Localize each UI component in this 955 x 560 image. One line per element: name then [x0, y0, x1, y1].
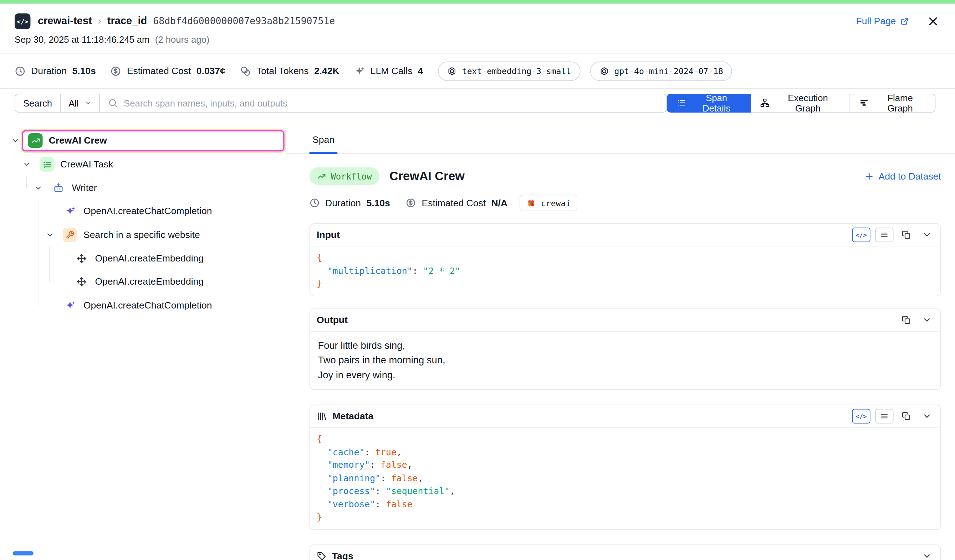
tree-row: OpenAI.createEmbedding [0, 246, 286, 270]
stat-label: Total Tokens [257, 66, 309, 76]
chevron-down-icon[interactable] [32, 184, 45, 192]
add-to-dataset-button[interactable]: Add to Dataset [864, 171, 941, 182]
metadata-card: Metadata </> [310, 405, 941, 530]
full-page-label: Full Page [856, 16, 896, 27]
view-span-details[interactable]: Span Details [667, 93, 751, 112]
cost-icon [406, 198, 416, 208]
code-icon: </> [15, 14, 30, 29]
stat-label: LLM Calls [371, 66, 413, 76]
tree-item-search-in-a-specific-website[interactable]: Search in a specific website [57, 225, 285, 246]
copy-button[interactable] [898, 228, 914, 242]
view-execution-graph[interactable]: Execution Graph [751, 93, 850, 112]
copy-icon [902, 412, 911, 421]
tree-item-label: OpenAI.createEmbedding [95, 253, 204, 264]
search-group: Search All [15, 93, 667, 112]
tree-item-crewai-crew[interactable]: CrewAI Crew [22, 130, 284, 151]
code-view-toggle[interactable]: </> [852, 228, 870, 242]
input-card: Input </> [310, 223, 941, 296]
lines-icon [880, 412, 889, 420]
tree-item-label: OpenAI.createChatCompletion [83, 300, 212, 311]
chevron-down-icon[interactable] [43, 231, 57, 239]
flame-icon [860, 98, 869, 108]
span-title: CrewAI Crew [390, 169, 465, 183]
clock-icon [310, 198, 320, 208]
search-filter-dropdown[interactable]: All [61, 94, 100, 112]
text-view-toggle[interactable] [875, 409, 893, 424]
status-bar [0, 0, 955, 3]
text-view-toggle[interactable] [875, 228, 893, 242]
search-label: Search [15, 94, 61, 112]
task-icon [39, 157, 54, 172]
output-line: Joy in every wing. [318, 368, 933, 382]
chevron-down-icon [84, 99, 93, 107]
tab-span[interactable]: Span [310, 134, 338, 154]
tree-scrollbar-thumb[interactable] [13, 551, 33, 555]
provider-badge: crewai [520, 195, 577, 211]
stat-value: 2.42K [314, 66, 340, 76]
code-line: { [317, 432, 934, 446]
view-label: Execution Graph [775, 93, 841, 113]
workflow-icon [317, 172, 326, 180]
list-icon [676, 98, 686, 108]
copy-button[interactable] [898, 312, 914, 327]
tree-item-openai-createchatcompletion[interactable]: OpenAI.createChatCompletion [57, 201, 285, 222]
search-icon [108, 98, 118, 108]
code-line: "cache": true, [317, 446, 934, 459]
timestamp-row: Sep 30, 2025 at 11:18:46.245 am (2 hours… [0, 30, 955, 53]
close-button[interactable] [927, 15, 939, 27]
trace-detail-page: </> crewai-test › trace_id 68dbf4d600000… [0, 0, 955, 560]
tree-item-writer[interactable]: Writer [45, 177, 284, 198]
llm-icon [63, 204, 77, 219]
tags-card: Tags [310, 544, 941, 560]
span-header-row: Workflow CrewAI Crew Add to Dataset [310, 167, 941, 185]
code-icon: </> [856, 413, 867, 420]
input-card-header: Input </> [310, 224, 940, 246]
tokens-icon [240, 66, 251, 76]
tree-item-openai-createembedding[interactable]: OpenAI.createEmbedding [68, 248, 284, 269]
code-line: "verbose": false [317, 498, 934, 511]
stat-estimated-cost: Estimated Cost 0.037¢ [111, 66, 225, 76]
chevron-down-icon[interactable] [9, 136, 22, 145]
output-card: Output Four little birds sing, Two pairs… [310, 308, 941, 390]
collapse-button[interactable] [919, 312, 935, 327]
tags-card-header: Tags [310, 545, 940, 560]
model-badge[interactable]: gpt-4o-mini-2024-07-18 [590, 61, 732, 81]
input-title: Input [317, 229, 340, 240]
tree-item-crewai-task[interactable]: CrewAI Task [33, 154, 285, 175]
tree-item-label: CrewAI Crew [49, 136, 107, 147]
chevron-down-icon [922, 315, 932, 324]
breadcrumb: › [98, 16, 101, 27]
collapse-button[interactable] [919, 409, 935, 424]
code-line: "planning": false, [317, 472, 934, 485]
view-flame-graph[interactable]: Flame Graph [850, 93, 935, 112]
tree-item-label: Writer [72, 183, 97, 193]
output-title: Output [317, 314, 348, 325]
copy-button[interactable] [898, 409, 914, 424]
agent-icon [51, 181, 66, 195]
clock-icon [15, 66, 26, 76]
span-kind-badge: Workflow [310, 167, 380, 185]
chevron-down-icon [922, 412, 932, 421]
tree-item-openai-createembedding[interactable]: OpenAI.createEmbedding [68, 271, 284, 293]
stat-label: Estimated Cost [127, 66, 191, 76]
tree-item-openai-createchatcompletion[interactable]: OpenAI.createChatCompletion [57, 295, 285, 316]
output-line: Two pairs in the morning sun, [318, 353, 933, 368]
full-page-button[interactable]: Full Page [856, 16, 909, 27]
trace-id-value: 68dbf4d6000000007e93a8b21590751e [153, 16, 335, 27]
code-view-toggle[interactable]: </> [852, 409, 870, 424]
collapse-button[interactable] [919, 549, 935, 560]
chevron-down-icon[interactable] [20, 160, 33, 168]
stat-value: 4 [418, 66, 423, 76]
stat-label: Duration [31, 66, 67, 76]
model-badge[interactable]: text-embedding-3-small [438, 61, 580, 81]
workflow-icon [28, 134, 43, 148]
output-line: Four little birds sing, [318, 338, 933, 353]
search-input[interactable] [124, 98, 658, 108]
tree-row: CrewAI Task [0, 153, 286, 176]
collapse-button[interactable] [919, 228, 935, 242]
stat-total-tokens: Total Tokens 2.42K [240, 66, 340, 76]
tree-item-label: Search in a specific website [83, 229, 200, 240]
llm-icon [63, 298, 77, 313]
view-switcher: Span Details Execution Graph Flame Graph [667, 93, 935, 112]
metadata-code: { "cache": true, "memory": false, "plann… [317, 432, 934, 524]
